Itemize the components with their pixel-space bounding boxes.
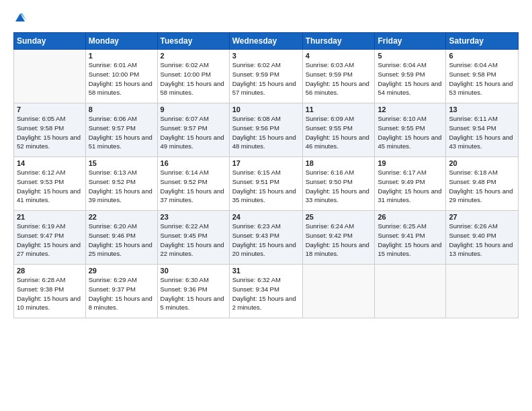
day-number: 1 <box>89 52 154 60</box>
weekday-header: Thursday <box>302 33 375 50</box>
day-info: Sunrise: 6:32 AMSunset: 9:34 PMDaylight:… <box>232 275 300 312</box>
svg-marker-0 <box>15 13 25 21</box>
calendar-day-cell: 14Sunrise: 6:12 AMSunset: 9:53 PMDayligh… <box>14 157 86 211</box>
day-info: Sunrise: 6:07 AMSunset: 9:57 PMDaylight:… <box>161 114 226 151</box>
logo-icon <box>14 12 26 24</box>
day-number: 8 <box>89 105 154 113</box>
weekday-header: Saturday <box>446 33 519 50</box>
day-info: Sunrise: 6:18 AMSunset: 9:48 PMDaylight:… <box>449 168 515 205</box>
calendar-day-cell: 13Sunrise: 6:11 AMSunset: 9:54 PMDayligh… <box>446 103 519 157</box>
page-container: SundayMondayTuesdayWednesdayThursdayFrid… <box>0 0 532 325</box>
day-number: 23 <box>161 213 226 221</box>
day-number: 28 <box>17 267 83 275</box>
day-number: 11 <box>306 105 372 113</box>
day-info: Sunrise: 6:05 AMSunset: 9:58 PMDaylight:… <box>17 114 83 151</box>
calendar-header-row: SundayMondayTuesdayWednesdayThursdayFrid… <box>14 33 519 50</box>
day-number: 24 <box>232 213 300 221</box>
day-info: Sunrise: 6:20 AMSunset: 9:46 PMDaylight:… <box>89 222 154 259</box>
day-number: 13 <box>449 105 515 113</box>
day-info: Sunrise: 6:16 AMSunset: 9:50 PMDaylight:… <box>306 168 372 205</box>
day-number: 14 <box>17 159 83 167</box>
calendar-day-cell: 7Sunrise: 6:05 AMSunset: 9:58 PMDaylight… <box>14 103 86 157</box>
calendar-day-cell: 22Sunrise: 6:20 AMSunset: 9:46 PMDayligh… <box>85 211 157 265</box>
weekday-header: Monday <box>85 33 157 50</box>
calendar-day-cell: 19Sunrise: 6:17 AMSunset: 9:49 PMDayligh… <box>375 157 446 211</box>
weekday-header: Sunday <box>14 33 86 50</box>
day-number: 25 <box>306 213 372 221</box>
day-number: 15 <box>89 159 154 167</box>
calendar-day-cell <box>14 50 86 103</box>
calendar-day-cell: 26Sunrise: 6:25 AMSunset: 9:41 PMDayligh… <box>375 211 446 265</box>
calendar-week-row: 14Sunrise: 6:12 AMSunset: 9:53 PMDayligh… <box>14 157 519 211</box>
day-info: Sunrise: 6:12 AMSunset: 9:53 PMDaylight:… <box>17 168 83 205</box>
day-number: 27 <box>449 213 515 221</box>
calendar-day-cell: 9Sunrise: 6:07 AMSunset: 9:57 PMDaylight… <box>157 103 229 157</box>
day-info: Sunrise: 6:28 AMSunset: 9:38 PMDaylight:… <box>17 275 83 312</box>
day-number: 30 <box>161 267 226 275</box>
day-info: Sunrise: 6:22 AMSunset: 9:45 PMDaylight:… <box>161 222 226 259</box>
calendar-week-row: 1Sunrise: 6:01 AMSunset: 10:00 PMDayligh… <box>14 50 519 103</box>
weekday-header: Tuesday <box>157 33 229 50</box>
calendar-day-cell: 21Sunrise: 6:19 AMSunset: 9:47 PMDayligh… <box>14 211 86 265</box>
day-info: Sunrise: 6:17 AMSunset: 9:49 PMDaylight:… <box>378 168 443 205</box>
day-number: 12 <box>378 105 443 113</box>
day-number: 5 <box>378 52 443 60</box>
calendar-week-row: 7Sunrise: 6:05 AMSunset: 9:58 PMDaylight… <box>14 103 519 157</box>
day-info: Sunrise: 6:24 AMSunset: 9:42 PMDaylight:… <box>306 222 372 259</box>
day-info: Sunrise: 6:01 AMSunset: 10:00 PMDaylight… <box>89 60 154 97</box>
calendar-day-cell: 24Sunrise: 6:23 AMSunset: 9:43 PMDayligh… <box>229 211 302 265</box>
calendar-day-cell <box>446 265 519 318</box>
header <box>13 12 519 24</box>
day-number: 10 <box>232 105 300 113</box>
weekday-header: Wednesday <box>229 33 302 50</box>
calendar-day-cell: 11Sunrise: 6:09 AMSunset: 9:55 PMDayligh… <box>302 103 375 157</box>
calendar-day-cell: 25Sunrise: 6:24 AMSunset: 9:42 PMDayligh… <box>302 211 375 265</box>
day-info: Sunrise: 6:04 AMSunset: 9:58 PMDaylight:… <box>449 60 515 97</box>
day-info: Sunrise: 6:23 AMSunset: 9:43 PMDaylight:… <box>232 222 300 259</box>
day-number: 18 <box>306 159 372 167</box>
calendar-day-cell: 30Sunrise: 6:30 AMSunset: 9:36 PMDayligh… <box>157 265 229 318</box>
calendar-day-cell <box>375 265 446 318</box>
calendar-day-cell: 2Sunrise: 6:02 AMSunset: 10:00 PMDayligh… <box>157 50 229 103</box>
logo <box>13 12 27 24</box>
day-info: Sunrise: 6:08 AMSunset: 9:56 PMDaylight:… <box>232 114 300 151</box>
day-number: 16 <box>161 159 226 167</box>
calendar-day-cell: 17Sunrise: 6:15 AMSunset: 9:51 PMDayligh… <box>229 157 302 211</box>
day-info: Sunrise: 6:26 AMSunset: 9:40 PMDaylight:… <box>449 222 515 259</box>
calendar-day-cell: 23Sunrise: 6:22 AMSunset: 9:45 PMDayligh… <box>157 211 229 265</box>
calendar-day-cell: 28Sunrise: 6:28 AMSunset: 9:38 PMDayligh… <box>14 265 86 318</box>
day-info: Sunrise: 6:19 AMSunset: 9:47 PMDaylight:… <box>17 222 83 259</box>
day-info: Sunrise: 6:11 AMSunset: 9:54 PMDaylight:… <box>449 114 515 151</box>
day-number: 2 <box>161 52 226 60</box>
day-number: 26 <box>378 213 443 221</box>
day-number: 9 <box>161 105 226 113</box>
calendar-day-cell: 8Sunrise: 6:06 AMSunset: 9:57 PMDaylight… <box>85 103 157 157</box>
calendar-day-cell: 29Sunrise: 6:29 AMSunset: 9:37 PMDayligh… <box>85 265 157 318</box>
weekday-header: Friday <box>375 33 446 50</box>
calendar-week-row: 28Sunrise: 6:28 AMSunset: 9:38 PMDayligh… <box>14 265 519 318</box>
day-number: 17 <box>232 159 300 167</box>
day-number: 7 <box>17 105 83 113</box>
day-number: 29 <box>89 267 154 275</box>
calendar-day-cell: 16Sunrise: 6:14 AMSunset: 9:52 PMDayligh… <box>157 157 229 211</box>
calendar-day-cell: 10Sunrise: 6:08 AMSunset: 9:56 PMDayligh… <box>229 103 302 157</box>
day-number: 19 <box>378 159 443 167</box>
day-number: 4 <box>306 52 372 60</box>
calendar-day-cell: 31Sunrise: 6:32 AMSunset: 9:34 PMDayligh… <box>229 265 302 318</box>
calendar-table: SundayMondayTuesdayWednesdayThursdayFrid… <box>13 32 519 318</box>
day-number: 3 <box>232 52 300 60</box>
day-info: Sunrise: 6:10 AMSunset: 9:55 PMDaylight:… <box>378 114 443 151</box>
calendar-week-row: 21Sunrise: 6:19 AMSunset: 9:47 PMDayligh… <box>14 211 519 265</box>
calendar-day-cell: 12Sunrise: 6:10 AMSunset: 9:55 PMDayligh… <box>375 103 446 157</box>
calendar-day-cell: 18Sunrise: 6:16 AMSunset: 9:50 PMDayligh… <box>302 157 375 211</box>
calendar-day-cell: 15Sunrise: 6:13 AMSunset: 9:52 PMDayligh… <box>85 157 157 211</box>
day-info: Sunrise: 6:15 AMSunset: 9:51 PMDaylight:… <box>232 168 300 205</box>
calendar-day-cell: 4Sunrise: 6:03 AMSunset: 9:59 PMDaylight… <box>302 50 375 103</box>
calendar-day-cell: 20Sunrise: 6:18 AMSunset: 9:48 PMDayligh… <box>446 157 519 211</box>
day-info: Sunrise: 6:13 AMSunset: 9:52 PMDaylight:… <box>89 168 154 205</box>
day-info: Sunrise: 6:25 AMSunset: 9:41 PMDaylight:… <box>378 222 443 259</box>
day-number: 31 <box>232 267 300 275</box>
day-info: Sunrise: 6:03 AMSunset: 9:59 PMDaylight:… <box>306 60 372 97</box>
day-info: Sunrise: 6:29 AMSunset: 9:37 PMDaylight:… <box>89 275 154 312</box>
day-number: 20 <box>449 159 515 167</box>
